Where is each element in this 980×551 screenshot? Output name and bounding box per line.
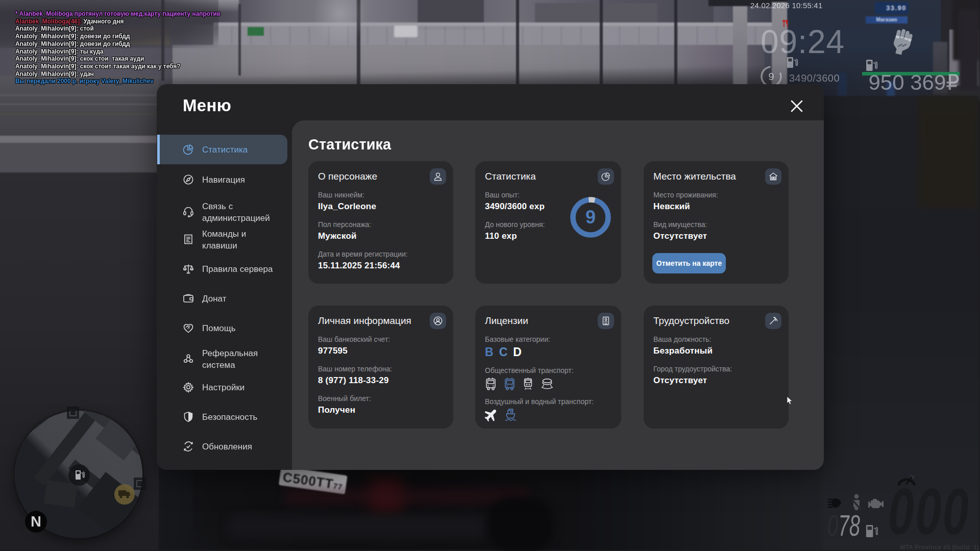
svg-text:9: 9 [768,71,774,82]
svg-text:9: 9 [585,207,596,228]
